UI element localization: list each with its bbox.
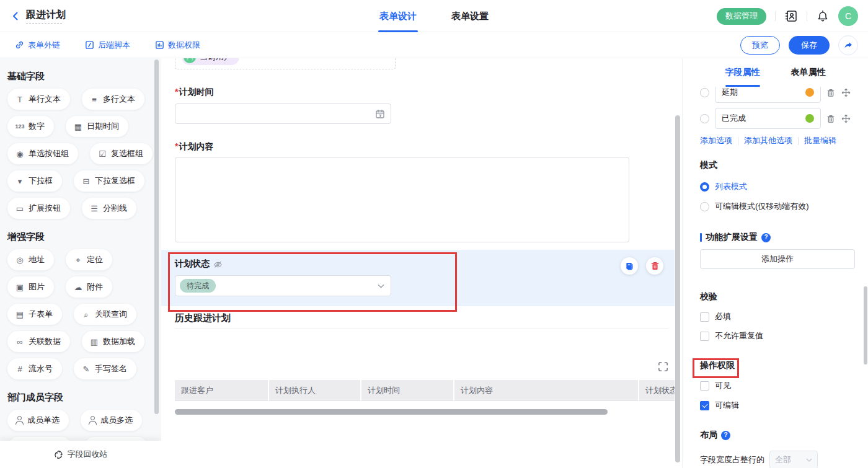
field-pill-image[interactable]: ▣图片 (7, 276, 54, 298)
divider (775, 11, 776, 21)
member-multi-icon (88, 416, 97, 425)
pill-label: 分割线 (103, 203, 127, 214)
tab-form-settings[interactable]: 表单设置 (451, 0, 489, 32)
location-icon: ⌖ (73, 256, 83, 264)
pill-label: 复选框组 (111, 148, 143, 159)
plan-status-select[interactable]: 待完成 (175, 275, 391, 296)
option-radio[interactable] (700, 114, 709, 123)
batch-edit-link[interactable]: 批量编辑 (804, 135, 836, 146)
link-icon (15, 40, 24, 50)
add-action-button[interactable]: 添加操作 (700, 249, 855, 269)
field-pill-checkbox-group[interactable]: ☑复选框组 (90, 143, 153, 164)
column-header: 计划时间 (361, 380, 454, 401)
field-pill-related-data[interactable]: ∞关联数据 (7, 331, 70, 352)
panel-scrollbar[interactable] (864, 286, 867, 364)
add-other-option-link[interactable]: 添加其他选项 (744, 135, 792, 146)
field-pill-attachment[interactable]: ☁附件 (66, 276, 112, 298)
field-pill-location[interactable]: ⌖定位 (66, 249, 112, 270)
back-button[interactable] (10, 11, 21, 22)
plan-content-label: *计划内容 (175, 141, 661, 152)
visible-checkbox-row[interactable]: 可见 (700, 380, 851, 391)
form-external-link[interactable]: 表单外链 (15, 40, 60, 51)
tab-form-properties[interactable]: 表单属性 (791, 58, 826, 87)
pill-label: 单选按钮组 (29, 148, 69, 159)
canvas-scrollbar[interactable] (675, 115, 680, 462)
related-query-icon: ⌕ (81, 311, 91, 319)
mode-radio-list[interactable]: 列表模式 (700, 181, 851, 192)
option-color-dot-green[interactable] (805, 114, 814, 123)
expand-fullscreen-icon[interactable] (658, 361, 668, 372)
current-user-chip: 当前用户 (182, 58, 239, 65)
column-header: 计划执行人 (269, 380, 361, 401)
share-button[interactable] (838, 35, 858, 55)
user-avatar[interactable]: C (838, 6, 858, 26)
member-field-cutoff[interactable]: 当前用户 (175, 58, 396, 69)
field-pill-serial-number[interactable]: #流水号 (7, 358, 62, 379)
backend-script-link[interactable]: 后端脚本 (85, 40, 130, 51)
add-option-link[interactable]: 添加选项 (700, 135, 732, 146)
section-marker (700, 233, 702, 242)
drag-move-icon[interactable] (841, 114, 851, 123)
required-mark: * (175, 141, 178, 151)
divider (798, 137, 799, 145)
notification-bell-icon[interactable] (816, 9, 830, 23)
member-single-icon (15, 416, 24, 425)
save-button[interactable]: 保存 (789, 36, 830, 55)
field-pill-extension-button[interactable]: ▭扩展按钮 (7, 198, 70, 219)
drag-move-icon[interactable] (841, 88, 851, 97)
field-width-select[interactable]: 全部 (769, 451, 818, 468)
current-user-avatar (184, 58, 196, 63)
help-icon[interactable] (761, 233, 771, 242)
field-pill-subform[interactable]: ▤子表单 (7, 304, 62, 325)
field-pill-related-query[interactable]: ⌕关联查询 (74, 304, 136, 325)
editable-checkbox-row[interactable]: 可编辑 (700, 400, 851, 411)
mode-section-title: 模式 (700, 160, 851, 171)
field-pill-divider-line[interactable]: ☰分割线 (82, 198, 136, 219)
field-pill-signature[interactable]: ✎手写签名 (74, 358, 136, 379)
plan-status-field-selected[interactable]: 计划状态 待完成 (161, 250, 675, 306)
field-pill-datetime[interactable]: ▦日期时间 (66, 116, 128, 137)
tab-field-properties[interactable]: 字段属性 (725, 58, 760, 87)
subform-divider (175, 329, 668, 329)
delete-field-button[interactable] (646, 257, 663, 275)
copy-icon (625, 262, 634, 271)
pill-label: 子表单 (29, 309, 53, 320)
sidebar-scrollbar[interactable] (154, 60, 159, 414)
plan-content-textarea[interactable] (175, 157, 629, 242)
field-recycle-bin[interactable]: 字段回收站 (0, 441, 161, 468)
checkbox-checked (700, 401, 709, 410)
field-pill-number[interactable]: 123数字 (7, 116, 54, 137)
field-pill-data-load[interactable]: ▥数据加载 (82, 331, 144, 352)
image-icon: ▣ (15, 283, 25, 291)
data-permission-link[interactable]: 数据权限 (155, 40, 200, 51)
option-radio[interactable] (700, 88, 709, 97)
field-pill-member-single[interactable]: 成员单选 (7, 410, 69, 431)
required-checkbox-row[interactable]: 必填 (700, 311, 851, 322)
signature-icon: ✎ (81, 365, 91, 373)
field-pill-member-multi[interactable]: 成员多选 (81, 410, 142, 431)
no-duplicate-checkbox-row[interactable]: 不允许重复值 (700, 330, 851, 342)
delete-option-icon[interactable] (826, 88, 835, 97)
contact-book-icon[interactable] (784, 9, 798, 23)
field-pill-single-line-text[interactable]: T单行文本 (7, 89, 70, 110)
pill-label: 数据加载 (103, 336, 135, 347)
mode-editable-label: 可编辑模式(仅移动端有效) (715, 201, 809, 212)
mode-radio-editable[interactable]: 可编辑模式(仅移动端有效) (700, 201, 851, 212)
option-input-delay[interactable]: 延期 (715, 87, 821, 103)
field-pill-address[interactable]: ◎地址 (7, 249, 54, 270)
subform-horizontal-scrollbar[interactable] (175, 409, 608, 415)
option-color-dot-orange[interactable] (805, 88, 814, 97)
field-pill-multi-line-text[interactable]: ≡多行文本 (82, 89, 144, 110)
plan-time-date-input[interactable] (175, 104, 391, 124)
option-input-completed[interactable]: 已完成 (715, 108, 821, 129)
duplicate-field-button[interactable] (621, 257, 638, 275)
tab-form-design[interactable]: 表单设计 (379, 0, 417, 32)
delete-option-icon[interactable] (826, 114, 835, 123)
field-pill-multi-dropdown[interactable]: ⊟下拉复选框 (74, 170, 144, 192)
data-manage-button[interactable]: 数据管理 (717, 8, 766, 25)
help-icon[interactable] (721, 431, 730, 440)
preview-button[interactable]: 预览 (740, 36, 780, 55)
multi-line-text-icon: ≡ (89, 95, 99, 104)
field-pill-dropdown[interactable]: ▾下拉框 (7, 170, 62, 192)
field-pill-radio-group[interactable]: ◉单选按钮组 (7, 143, 78, 164)
